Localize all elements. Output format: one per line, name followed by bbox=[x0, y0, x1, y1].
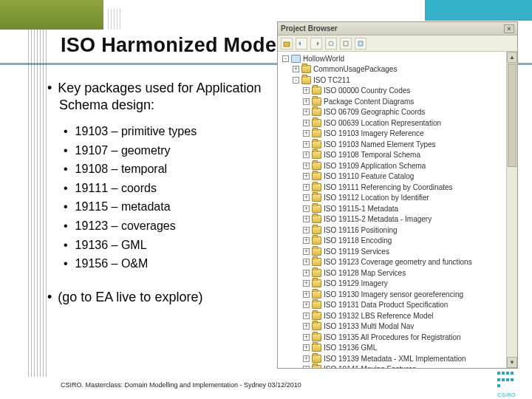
panel-titlebar[interactable]: Project Browser × bbox=[278, 22, 517, 35]
tree-node[interactable]: +ISO 19103 Named Element Types bbox=[279, 139, 517, 150]
scroll-up-icon[interactable]: ▲ bbox=[507, 52, 517, 63]
tree-node[interactable]: +ISO 19119 Services bbox=[279, 246, 517, 257]
tree-node[interactable]: +ISO 19139 Metadata - XML Implementation bbox=[279, 353, 517, 364]
tree-node[interactable]: +ISO 06709 Geographic Coords bbox=[279, 107, 517, 118]
tree-node[interactable]: +ISO 19129 Imagery bbox=[279, 279, 517, 290]
expand-icon[interactable]: + bbox=[303, 355, 310, 362]
tree-view[interactable]: - HollowWorld +CommonUsagePackages-ISO T… bbox=[278, 52, 517, 368]
folder-icon bbox=[312, 215, 321, 223]
expand-icon[interactable]: + bbox=[303, 194, 310, 201]
expand-icon[interactable]: + bbox=[303, 141, 310, 148]
note-text: (go to EA live to explore) bbox=[59, 290, 273, 305]
expand-icon[interactable]: + bbox=[303, 237, 310, 244]
package-list: 19103 – primitive types 19107 – geometry… bbox=[77, 122, 273, 273]
expand-icon[interactable]: + bbox=[303, 344, 310, 351]
folder-icon bbox=[312, 258, 321, 266]
tree-node[interactable]: +ISO 19123 Coverage geometry and functio… bbox=[279, 257, 517, 268]
expand-icon[interactable]: + bbox=[303, 120, 310, 126]
tree-node[interactable]: +ISO 19108 Temporal Schema bbox=[279, 150, 517, 161]
scroll-thumb[interactable] bbox=[508, 64, 516, 167]
toolbar-button[interactable] bbox=[296, 38, 307, 50]
expand-icon[interactable]: - bbox=[282, 55, 289, 62]
scroll-down-icon[interactable]: ▼ bbox=[507, 357, 517, 368]
toolbar-button[interactable] bbox=[340, 38, 352, 50]
expand-icon[interactable]: + bbox=[303, 130, 310, 137]
tree-node[interactable]: +ISO 00639 Location Representation bbox=[279, 117, 517, 129]
tree-root[interactable]: - HollowWorld bbox=[279, 53, 517, 64]
expand-icon[interactable]: + bbox=[303, 173, 310, 180]
tree-label: ISO 19115-2 Metadata - Imagery bbox=[324, 215, 432, 223]
expand-icon[interactable]: + bbox=[303, 366, 310, 368]
folder-icon bbox=[301, 65, 311, 73]
scrollbar[interactable]: ▲ ▼ bbox=[506, 52, 517, 368]
tree-node[interactable]: +ISO 19110 Feature Catalog bbox=[279, 171, 517, 183]
tree-node[interactable]: +ISO 19109 Application Schema bbox=[279, 160, 517, 171]
folder-icon bbox=[312, 98, 321, 106]
tree-node[interactable]: +ISO 19103 Imagery Reference bbox=[279, 129, 517, 140]
tree-label: ISO 19135 All Procedures for Registratio… bbox=[324, 333, 461, 341]
folder-icon bbox=[301, 76, 311, 84]
folder-icon bbox=[312, 119, 321, 127]
expand-icon[interactable]: + bbox=[303, 227, 310, 233]
tree-node[interactable]: +ISO 19115-1 Metadata bbox=[279, 203, 517, 214]
close-icon[interactable]: × bbox=[504, 24, 514, 33]
folder-icon bbox=[312, 140, 321, 149]
expand-icon[interactable]: + bbox=[303, 301, 310, 308]
tree-node[interactable]: +ISO 19133 Multi Modal Nav bbox=[279, 321, 517, 332]
tree-node[interactable]: +ISO 19130 Imagery sensor georeferencing bbox=[279, 289, 517, 300]
expand-icon[interactable]: + bbox=[303, 280, 310, 287]
tree-node[interactable]: +ISO 19111 Referencing by Coordinates bbox=[279, 182, 517, 193]
expand-icon[interactable]: + bbox=[303, 313, 310, 319]
folder-icon bbox=[312, 301, 321, 309]
toolbar-button[interactable] bbox=[355, 38, 366, 50]
list-item: 19108 – temporal bbox=[77, 160, 273, 179]
expand-icon[interactable]: + bbox=[303, 109, 310, 115]
tree-label: ISO 19119 Services bbox=[324, 248, 389, 256]
expand-icon[interactable]: + bbox=[303, 216, 310, 222]
tree-node[interactable]: +ISO 19131 Data Product Specification bbox=[279, 300, 517, 311]
tree-node[interactable]: +ISO 19135 All Procedures for Registrati… bbox=[279, 332, 517, 343]
tree-node[interactable]: +ISO 00000 Country Codes bbox=[279, 86, 517, 97]
toolbar-button[interactable] bbox=[325, 38, 337, 50]
tree-node[interactable]: +ISO 19136 GML bbox=[279, 343, 517, 354]
expand-icon[interactable]: + bbox=[303, 291, 310, 298]
expand-icon[interactable]: + bbox=[303, 323, 310, 330]
folder-icon bbox=[312, 269, 321, 277]
expand-icon[interactable]: - bbox=[293, 77, 299, 83]
tree-node[interactable]: +Package Content Diagrams bbox=[279, 96, 517, 107]
tree-node[interactable]: +CommonUsagePackages bbox=[279, 64, 517, 75]
tree-label: ISO 19123 Coverage geometry and function… bbox=[324, 258, 472, 266]
expand-icon[interactable]: + bbox=[303, 184, 310, 191]
page-title: ISO Harmonized Model bbox=[61, 34, 282, 57]
expand-icon[interactable]: + bbox=[303, 248, 310, 255]
expand-icon[interactable]: + bbox=[303, 151, 310, 158]
tree-label: HollowWorld bbox=[303, 55, 344, 63]
tree-node[interactable]: +ISO 19118 Encoding bbox=[279, 236, 517, 247]
toolbar-button[interactable] bbox=[281, 38, 293, 50]
folder-icon bbox=[312, 355, 321, 363]
expand-icon[interactable]: + bbox=[293, 66, 299, 72]
csiro-logo-label: CSIRO bbox=[497, 392, 516, 398]
toolbar-button[interactable] bbox=[310, 38, 322, 50]
accent-teal bbox=[425, 0, 532, 21]
expand-icon[interactable]: + bbox=[303, 259, 310, 265]
tree-label: ISO 19112 Location by Identifier bbox=[324, 194, 429, 202]
tree-node[interactable]: +ISO 19112 Location by Identifier bbox=[279, 193, 517, 204]
folder-icon bbox=[312, 333, 321, 341]
expand-icon[interactable]: + bbox=[303, 334, 310, 341]
folder-icon bbox=[312, 365, 321, 368]
tree-node[interactable]: +ISO 19128 Map Services bbox=[279, 267, 517, 279]
expand-icon[interactable]: + bbox=[303, 87, 310, 94]
tree-node[interactable]: -ISO TC211 bbox=[279, 75, 517, 86]
expand-icon[interactable]: + bbox=[303, 163, 310, 169]
expand-icon[interactable]: + bbox=[303, 98, 310, 105]
tree-node[interactable]: +ISO 19115-2 Metadata - Imagery bbox=[279, 214, 517, 225]
folder-icon bbox=[312, 205, 321, 213]
tree-node[interactable]: +ISO 19132 LBS Reference Model bbox=[279, 310, 517, 321]
tree-node[interactable]: +ISO 19141 Moving Features bbox=[279, 364, 517, 369]
expand-icon[interactable]: + bbox=[303, 205, 310, 212]
list-item: 19115 – metadata bbox=[77, 197, 273, 216]
tree-node[interactable]: +ISO 19116 Positioning bbox=[279, 225, 517, 236]
expand-icon[interactable]: + bbox=[303, 270, 310, 276]
tree-label: ISO 19115-1 Metadata bbox=[324, 205, 398, 213]
